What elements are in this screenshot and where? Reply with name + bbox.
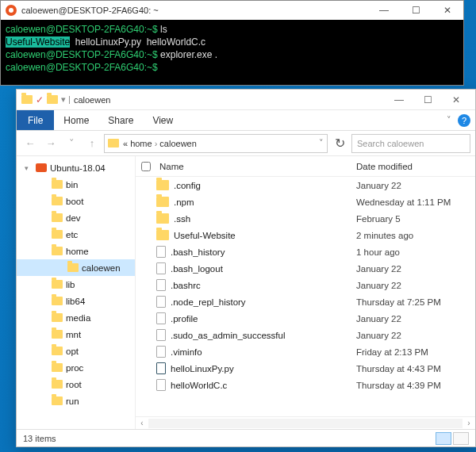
select-all-checkbox[interactable] — [141, 162, 151, 171]
file-row[interactable]: Useful-Website2 minutes ago — [136, 227, 475, 243]
tree-label: dev — [66, 213, 81, 223]
expander-icon[interactable]: ▾ — [25, 164, 33, 172]
folder-icon — [52, 280, 63, 289]
minimize-button[interactable]: — — [385, 90, 413, 110]
file-date: Thursday at 4:39 PM — [356, 381, 475, 390]
icons-view-button[interactable] — [453, 432, 469, 445]
tree-label: lib64 — [66, 297, 85, 306]
item-count: 13 items — [23, 434, 56, 443]
breadcrumb[interactable]: « home › caloewen ˅ — [104, 134, 328, 153]
explorer-titlebar[interactable]: ✓ ▾ | caloewen — ☐ ✕ — [17, 90, 475, 110]
tree-label: bin — [66, 180, 78, 190]
tree-label: home — [66, 247, 89, 256]
terminal-body[interactable]: caloewen@DESKTOP-2FA6G40:~$ ls Useful-We… — [1, 20, 463, 85]
file-row[interactable]: .sudo_as_admin_successfulJanuary 22 — [136, 327, 475, 343]
file-name: helloLinuxPy.py — [171, 364, 356, 373]
file-name: .npm — [174, 197, 356, 207]
tree-item[interactable]: bin — [17, 176, 135, 193]
folder-icon — [52, 247, 63, 255]
qat-pin-icon[interactable]: ✓ — [36, 94, 44, 105]
back-button[interactable]: ← — [21, 135, 39, 152]
file-row[interactable]: .bash_logoutJanuary 22 — [136, 260, 475, 277]
tree-item-selected[interactable]: caloewen — [17, 259, 135, 276]
folder-icon — [52, 230, 63, 239]
tree-item[interactable]: lib — [17, 276, 135, 293]
sidebar-tree[interactable]: ▾ Ubuntu-18.04 binbootdevetchomecaloewen… — [17, 156, 136, 429]
file-row[interactable]: .node_repl_historyThursday at 7:25 PM — [136, 293, 475, 310]
tree-root[interactable]: ▾ Ubuntu-18.04 — [17, 159, 135, 176]
refresh-button[interactable]: ↻ — [331, 136, 348, 151]
file-name: .config — [174, 181, 356, 190]
file-row[interactable]: .bashrcJanuary 22 — [136, 277, 475, 293]
tree-label: lib — [66, 280, 75, 289]
scroll-left-icon[interactable]: ‹ — [136, 419, 148, 427]
tree-item[interactable]: proc — [17, 359, 135, 376]
close-button[interactable]: ✕ — [436, 5, 459, 16]
breadcrumb-seg[interactable]: caloewen — [159, 139, 196, 148]
explorer-window: ✓ ▾ | caloewen — ☐ ✕ File Home Share Vie… — [16, 89, 476, 447]
folder-icon — [156, 180, 169, 190]
expand-ribbon-icon[interactable]: ˅ — [440, 115, 458, 125]
file-row[interactable]: helloWorldC.cThursday at 4:39 PM — [136, 377, 475, 393]
col-date[interactable]: Date modified — [356, 162, 475, 171]
folder-icon — [21, 95, 33, 104]
tree-item[interactable]: lib64 — [17, 293, 135, 309]
folder-icon — [156, 213, 169, 224]
file-row[interactable]: .bash_history1 hour ago — [136, 243, 475, 260]
search-input[interactable]: Search caloewen — [351, 134, 470, 153]
tree-item[interactable]: mnt — [17, 326, 135, 343]
horizontal-scrollbar[interactable]: ‹ › — [136, 416, 475, 429]
tree-item[interactable]: boot — [17, 193, 135, 209]
share-tab[interactable]: Share — [98, 110, 143, 130]
tree-label: opt — [66, 347, 79, 356]
tree-label: boot — [66, 197, 83, 206]
recent-button[interactable]: ˅ — [63, 135, 80, 152]
details-view-button[interactable] — [436, 432, 451, 445]
file-row[interactable]: helloLinuxPy.pyThursday at 4:43 PM — [136, 360, 475, 377]
file-tab[interactable]: File — [17, 110, 54, 130]
file-date: Friday at 2:13 PM — [356, 347, 475, 357]
terminal-titlebar[interactable]: caloewen@DESKTOP-2FA6G40: ~ — ☐ ✕ — [1, 1, 463, 20]
file-row[interactable]: .sshFebruary 5 — [136, 210, 475, 227]
file-date: January 22 — [356, 314, 475, 324]
ribbon: File Home Share View ˅ ? — [17, 110, 475, 131]
tree-item[interactable]: media — [17, 309, 135, 326]
file-row[interactable]: .npmWednesday at 1:11 PM — [136, 193, 475, 210]
maximize-button[interactable]: ☐ — [405, 5, 427, 16]
tree-item[interactable]: home — [17, 243, 135, 259]
tree-item[interactable]: opt — [17, 343, 135, 359]
tree-label: media — [66, 313, 90, 323]
file-date: January 22 — [356, 181, 475, 190]
tree-item[interactable]: run — [17, 393, 135, 409]
breadcrumb-seg[interactable]: home — [130, 139, 152, 148]
file-list[interactable]: .configJanuary 22.npmWednesday at 1:11 P… — [136, 177, 475, 416]
file-row[interactable]: .configJanuary 22 — [136, 177, 475, 193]
file-icon — [156, 379, 166, 391]
tree-item[interactable]: root — [17, 376, 135, 393]
file-icon — [156, 296, 166, 308]
file-name: helloWorldC.c — [171, 381, 356, 390]
folder-icon — [52, 330, 63, 339]
minimize-button[interactable]: — — [373, 5, 395, 16]
file-row[interactable]: .profileJanuary 22 — [136, 310, 475, 327]
folder-icon — [52, 347, 63, 355]
up-button[interactable]: ↑ — [83, 135, 101, 152]
scroll-right-icon[interactable]: › — [463, 419, 475, 427]
help-icon[interactable]: ? — [458, 114, 470, 127]
folder-icon — [52, 313, 63, 322]
tree-item[interactable]: dev — [17, 209, 135, 226]
home-tab[interactable]: Home — [54, 110, 98, 130]
col-name[interactable]: Name — [156, 162, 356, 171]
maximize-button[interactable]: ☐ — [413, 90, 442, 110]
file-row[interactable]: .viminfoFriday at 2:13 PM — [136, 343, 475, 360]
chevron-down-icon[interactable]: ˅ — [319, 138, 324, 148]
file-name: .node_repl_history — [171, 297, 356, 307]
tree-item[interactable]: etc — [17, 226, 135, 243]
ubuntu-icon — [6, 5, 17, 16]
view-tab[interactable]: View — [143, 110, 182, 130]
scroll-track[interactable] — [148, 419, 463, 428]
forward-button[interactable]: → — [42, 135, 60, 152]
column-headers[interactable]: Name Date modified — [136, 156, 475, 177]
breadcrumb-root[interactable]: « — [123, 139, 128, 148]
close-button[interactable]: ✕ — [442, 90, 470, 110]
